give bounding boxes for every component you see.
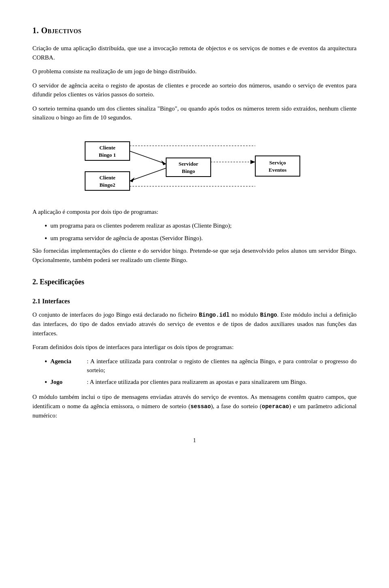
subsection-21-heading: 2.1 Interfaces (32, 296, 357, 306)
p6-text-before: O conjunto de interfaces do jogo Bingo e… (32, 311, 199, 318)
section-2-heading: 2. Especificações (32, 277, 357, 288)
def1-term: Agencia (50, 357, 83, 366)
main-heading: 1. Objectivos (32, 24, 357, 36)
p6-code-bingo-idl: Bingo.idl (199, 312, 230, 318)
bullet-dot-2: • (45, 234, 47, 244)
svg-text:Eventos: Eventos (269, 167, 286, 173)
svg-text:Cliente: Cliente (99, 145, 115, 151)
bullet-text-2: um programa servidor de agência de apost… (50, 234, 203, 243)
svg-line-8 (130, 168, 166, 181)
bullet-list: • um programa para os clientes poderem r… (45, 221, 357, 244)
application-description: A aplicação é composta por dois tipo de … (32, 207, 357, 217)
def1-desc: : A interface utilizada para controlar o… (87, 357, 357, 375)
paragraph-4: O sorteio termina quando um dos clientes… (32, 104, 357, 122)
def2-bullet: • (45, 377, 47, 388)
definition-jogo: • Jogo : A interface utilizada por clien… (45, 377, 357, 388)
paragraph-8: O módulo também inclui o tipo de mensage… (32, 392, 357, 420)
svg-line-6 (130, 151, 166, 164)
p8-text-mid1: ), a fase do sorteio ( (211, 403, 262, 409)
paragraph-5: São fornecidas implementações do cliente… (32, 246, 357, 264)
def1-text: A interface utilizada para controlar o r… (87, 358, 357, 374)
svg-text:Bingo2: Bingo2 (99, 182, 115, 188)
svg-marker-16 (250, 160, 255, 164)
architecture-diagram: Cliente Bingo 1 Cliente Bingo2 Servidor … (32, 134, 357, 198)
paragraph-1: Criação de uma aplicação distribuída, qu… (32, 44, 357, 62)
svg-text:Bingo: Bingo (182, 168, 195, 174)
page-number: 1 (32, 436, 357, 445)
svg-text:Servidor: Servidor (179, 161, 199, 167)
bullet-item-2: • um programa servidor de agência de apo… (45, 234, 357, 244)
def1-colon: : (87, 358, 90, 364)
def1-bullet: • (45, 357, 47, 367)
p8-code-sessao: sessao (190, 403, 211, 410)
paragraph-6: O conjunto de interfaces do jogo Bingo e… (32, 310, 357, 338)
svg-text:Bingo 1: Bingo 1 (99, 152, 116, 158)
definition-agencia: • Agencia : A interface utilizada para c… (45, 357, 357, 375)
bullet-text-1: um programa para os clientes poderem rea… (50, 221, 231, 230)
p6-text-mid: no módulo (229, 311, 260, 318)
def2-text: A interface utilizada por clientes para … (90, 379, 307, 385)
paragraph-2: O problema consiste na realização de um … (32, 67, 357, 76)
interface-definitions: • Agencia : A interface utilizada para c… (45, 357, 357, 388)
def2-desc: : A interface utilizada por clientes par… (87, 377, 357, 387)
bullet-dot-1: • (45, 221, 47, 231)
svg-text:Serviço: Serviço (269, 160, 286, 166)
paragraph-7: Foram definidos dois tipos de interfaces… (32, 343, 357, 352)
p6-code-bingo-module: Bingo (260, 312, 277, 318)
paragraph-3: O servidor de agência aceita o registo d… (32, 81, 357, 99)
bullet-item-1: • um programa para os clientes poderem r… (45, 221, 357, 231)
svg-rect-17 (255, 156, 300, 176)
diagram-svg: Cliente Bingo 1 Cliente Bingo2 Servidor … (81, 134, 308, 198)
svg-text:Cliente: Cliente (99, 175, 115, 181)
p8-code-operacao: operacao (262, 403, 289, 410)
def2-term: Jogo (50, 377, 83, 387)
